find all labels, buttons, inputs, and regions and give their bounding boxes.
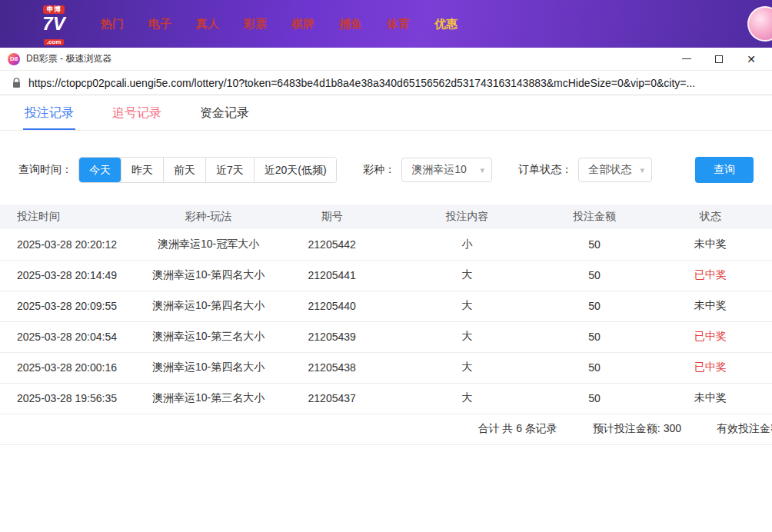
bet-time-cell: 2025-03-28 19:56:35 <box>0 383 147 414</box>
bet-records-table: 投注时间 彩种-玩法 期号 投注内容 投注金额 状态 2025-03-28 20… <box>0 204 772 414</box>
logo-suffix: .com <box>44 39 65 45</box>
nav-item-hot[interactable]: 热门 <box>101 17 124 32</box>
issue-cell: 21205441 <box>270 260 394 291</box>
status-cell: 已中奖 <box>648 260 772 291</box>
status-select-value: 全部状态 <box>588 163 631 177</box>
site-logo[interactable]: 申博 7V .com <box>35 2 73 46</box>
bet-time-cell: 2025-03-28 20:09:55 <box>0 291 147 321</box>
summary-expected-amount: 预计投注金额: 300 <box>593 422 681 436</box>
minimize-icon <box>682 58 691 59</box>
amount-cell: 50 <box>541 229 649 260</box>
user-avatar[interactable] <box>747 6 772 42</box>
table-row: 2025-03-28 20:09:55 澳洲幸运10-第四名大小 2120544… <box>0 291 772 321</box>
chevron-down-icon: ▾ <box>481 165 485 175</box>
close-icon: ✕ <box>747 54 756 65</box>
issue-cell: 21205438 <box>270 352 394 383</box>
status-cell: 未中奖 <box>648 291 772 321</box>
close-button[interactable]: ✕ <box>746 54 757 65</box>
summary-bar: 合计 共 6 条记录 预计投注金额: 300 有效投注金额 <box>0 414 772 445</box>
nav-item-slots[interactable]: 电子 <box>148 17 171 32</box>
amount-cell: 50 <box>541 260 649 291</box>
status-cell: 已中奖 <box>648 352 772 383</box>
nav-item-sports[interactable]: 体育 <box>387 17 410 32</box>
game-play-cell: 澳洲幸运10-第四名大小 <box>147 291 271 321</box>
window-title: DB彩票 - 极速浏览器 <box>26 52 111 65</box>
browser-app-icon: D8 <box>8 53 20 65</box>
lottery-select[interactable]: 澳洲幸运10 ▾ <box>401 158 492 182</box>
summary-valid-amount: 有效投注金额 <box>717 422 772 436</box>
game-play-cell: 澳洲幸运10-第四名大小 <box>147 352 271 383</box>
browser-titlebar: D8 DB彩票 - 极速浏览器 ✕ <box>0 48 772 71</box>
header-status: 状态 <box>648 204 772 229</box>
nav-item-promo[interactable]: 优惠 <box>434 17 458 32</box>
game-play-cell: 澳洲幸运10-冠军大小 <box>147 229 271 260</box>
table-row: 2025-03-28 19:56:35 澳洲幸运10-第三名大小 2120543… <box>0 383 772 414</box>
summary-total: 合计 共 6 条记录 <box>478 422 557 436</box>
lock-icon <box>12 78 21 88</box>
time-option-daybefore[interactable]: 前天 <box>163 158 205 182</box>
content-cell: 小 <box>394 229 541 260</box>
time-option-today[interactable]: 今天 <box>79 158 121 182</box>
game-play-cell: 澳洲幸运10-第三名大小 <box>147 321 271 352</box>
status-cell: 未中奖 <box>648 229 772 260</box>
time-option-7days[interactable]: 近7天 <box>205 158 254 182</box>
content-cell: 大 <box>394 321 541 352</box>
status-filter-label: 订单状态： <box>518 163 572 177</box>
window-controls: ✕ <box>681 54 764 65</box>
content-cell: 大 <box>394 383 541 414</box>
bet-time-cell: 2025-03-28 20:00:16 <box>0 352 147 383</box>
minimize-button[interactable] <box>681 54 692 65</box>
maximize-button[interactable] <box>714 54 724 65</box>
issue-cell: 21205439 <box>270 321 394 352</box>
lottery-filter-label: 彩种： <box>363 163 395 177</box>
time-option-20days[interactable]: 近20天(低频) <box>254 158 337 182</box>
issue-cell: 21205442 <box>270 229 394 260</box>
record-tabs: 投注记录 追号记录 资金记录 <box>0 95 772 131</box>
filter-bar: 查询时间： 今天 昨天 前天 近7天 近20天(低频) 彩种： 澳洲幸运10 ▾… <box>0 131 772 183</box>
amount-cell: 50 <box>541 291 649 321</box>
table-row: 2025-03-28 20:00:16 澳洲幸运10-第四名大小 2120543… <box>0 352 772 383</box>
table-header-row: 投注时间 彩种-玩法 期号 投注内容 投注金额 状态 <box>0 204 772 229</box>
status-cell: 已中奖 <box>648 321 772 352</box>
table-row: 2025-03-28 20:14:49 澳洲幸运10-第四名大小 2120544… <box>0 260 772 291</box>
site-nav: 热门 电子 真人 彩票 棋牌 捕鱼 体育 优惠 <box>101 17 458 32</box>
amount-cell: 50 <box>541 383 649 414</box>
site-header: 申博 7V .com 热门 电子 真人 彩票 棋牌 捕鱼 体育 优惠 <box>0 0 772 48</box>
game-play-cell: 澳洲幸运10-第三名大小 <box>147 383 271 414</box>
chevron-down-icon: ▾ <box>641 165 645 175</box>
time-filter-label: 查询时间： <box>18 163 72 177</box>
bet-time-cell: 2025-03-28 20:14:49 <box>0 260 147 291</box>
time-range-group: 今天 昨天 前天 近7天 近20天(低频) <box>78 157 337 183</box>
nav-item-lottery[interactable]: 彩票 <box>244 17 267 32</box>
content-cell: 大 <box>394 260 541 291</box>
tab-chase-records[interactable]: 追号记录 <box>111 95 163 130</box>
url-field[interactable]: https://ctopcp02pcali.uengi5e.com/lotter… <box>28 77 695 89</box>
maximize-icon <box>715 55 723 63</box>
header-issue: 期号 <box>270 204 394 229</box>
time-option-yesterday[interactable]: 昨天 <box>121 158 163 182</box>
table-row: 2025-03-28 20:04:54 澳洲幸运10-第三名大小 2120543… <box>0 321 772 352</box>
logo-text: 7V <box>35 15 73 33</box>
game-play-cell: 澳洲幸运10-第四名大小 <box>147 260 271 291</box>
tab-fund-records[interactable]: 资金记录 <box>198 95 251 130</box>
tab-bet-records[interactable]: 投注记录 <box>23 95 75 130</box>
amount-cell: 50 <box>541 321 649 352</box>
nav-item-cards[interactable]: 棋牌 <box>291 17 314 32</box>
amount-cell: 50 <box>541 352 649 383</box>
header-amount: 投注金额 <box>541 204 649 229</box>
header-bet-time: 投注时间 <box>0 204 147 229</box>
content-cell: 大 <box>394 291 541 321</box>
table-row: 2025-03-28 20:20:12 澳洲幸运10-冠军大小 21205442… <box>0 229 772 260</box>
search-button[interactable]: 查询 <box>695 157 754 183</box>
status-cell: 未中奖 <box>648 383 772 414</box>
nav-item-live[interactable]: 真人 <box>196 17 219 32</box>
header-content: 投注内容 <box>394 204 541 229</box>
issue-cell: 21205440 <box>270 291 394 321</box>
nav-item-fishing[interactable]: 捕鱼 <box>339 17 362 32</box>
issue-cell: 21205437 <box>270 383 394 414</box>
header-game-play: 彩种-玩法 <box>147 204 271 229</box>
address-bar: https://ctopcp02pcali.uengi5e.com/lotter… <box>0 71 772 95</box>
bet-time-cell: 2025-03-28 20:04:54 <box>0 321 147 352</box>
lottery-select-value: 澳洲幸运10 <box>411 163 467 177</box>
order-status-select[interactable]: 全部状态 ▾ <box>578 158 652 182</box>
